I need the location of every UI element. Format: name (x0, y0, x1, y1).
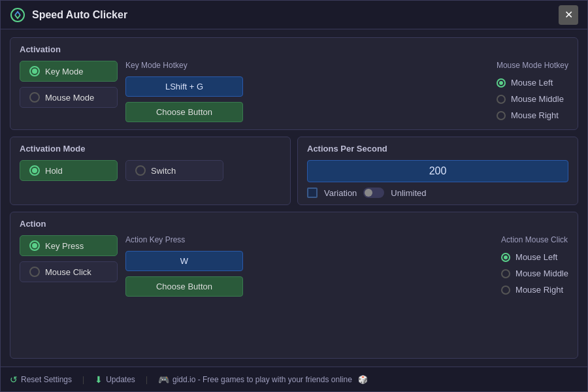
hold-radio-circle (29, 165, 40, 176)
action-mouse-middle-circle (501, 269, 510, 278)
action-title: Action (20, 219, 568, 229)
key-mode-radio-circle (29, 66, 40, 76)
gidd-icon: 🎮 (158, 374, 169, 385)
mouse-click-circle (29, 267, 40, 277)
mouse-left-radio[interactable]: Mouse Left (497, 75, 568, 90)
mouse-mode-radio-circle (29, 92, 40, 103)
gidd-icon2: 🎲 (358, 375, 368, 384)
unlimited-toggle[interactable] (363, 188, 384, 198)
key-hotkey-group: Key Mode Hotkey LShift + G Choose Button (125, 61, 243, 122)
reset-settings-item[interactable]: ↺ Reset Settings (10, 374, 72, 385)
switch-radio-circle (135, 165, 146, 176)
app-icon (10, 7, 25, 23)
mouse-right-label: Mouse Right (511, 110, 559, 120)
mouse-mode-label: Mouse Mode (45, 93, 94, 103)
divider-1: | (82, 375, 84, 384)
gidd-label: gidd.io - Free games to play with your f… (172, 375, 352, 384)
action-mouse-left-radio[interactable]: Mouse Left (501, 250, 568, 265)
bottom-row: Action Key Press Mouse Click (10, 212, 578, 359)
action-mouse-right-radio[interactable]: Mouse Right (501, 282, 568, 297)
mouse-click-btn[interactable]: Mouse Click (20, 261, 118, 282)
reset-label: Reset Settings (21, 375, 72, 384)
action-mouse-middle-radio[interactable]: Mouse Middle (501, 266, 568, 281)
updates-icon: ⬇ (95, 374, 103, 385)
mouse-right-circle (497, 111, 506, 120)
mouse-middle-circle (497, 95, 506, 104)
mouse-middle-label: Mouse Middle (511, 94, 564, 104)
window-title: Speed Auto Clicker (32, 9, 559, 21)
action-mouse-label: Action Mouse Click (501, 235, 568, 244)
mode-radio-group: Key Mode Mouse Mode (20, 61, 118, 108)
key-mode-btn[interactable]: Key Mode (20, 61, 118, 82)
key-press-btn[interactable]: Key Press (20, 235, 118, 256)
activation-mode-section: Activation Mode Hold Switch (10, 137, 291, 205)
action-mouse-left-circle (501, 253, 510, 262)
activation-mode-title: Activation Mode (20, 144, 281, 154)
aps-title: Actions Per Second (307, 144, 568, 154)
mouse-hotkey-group: Mouse Mode Hotkey Mouse Left Mouse Middl… (497, 61, 568, 123)
action-row: Key Press Mouse Click Action Key Press W… (20, 235, 568, 297)
activation-title: Activation (20, 44, 568, 54)
status-bar: ↺ Reset Settings | ⬇ Updates | 🎮 gidd.io… (1, 367, 587, 391)
updates-label: Updates (106, 375, 135, 384)
switch-btn[interactable]: Switch (125, 160, 223, 181)
key-press-label: Key Press (45, 241, 84, 251)
activation-section: Activation Key Mode Mouse Mode (10, 37, 578, 130)
hold-label: Hold (45, 166, 63, 176)
action-key-display: W (125, 251, 243, 271)
mouse-middle-radio[interactable]: Mouse Middle (497, 91, 568, 106)
action-mouse-left-label: Mouse Left (515, 252, 557, 262)
action-mouse-middle-label: Mouse Middle (515, 269, 568, 278)
key-choose-button[interactable]: Choose Button (125, 102, 243, 122)
main-content: Activation Key Mode Mouse Mode (1, 29, 587, 367)
action-key-group: Action Key Press W Choose Button (125, 235, 243, 297)
aps-value-display[interactable]: 200 (307, 160, 568, 182)
mouse-click-label: Mouse Click (45, 267, 91, 277)
mouse-mode-btn[interactable]: Mouse Mode (20, 87, 118, 108)
unlimited-label: Unlimited (391, 188, 426, 198)
aps-section: Actions Per Second 200 Variation Unlimit… (297, 137, 578, 205)
unlimited-toggle-knob (365, 189, 372, 197)
main-window: Speed Auto Clicker ✕ Activation Key Mode (0, 0, 588, 392)
svg-point-0 (11, 8, 24, 22)
mouse-left-label: Mouse Left (511, 78, 553, 88)
gidd-item[interactable]: 🎮 gidd.io - Free games to play with your… (158, 374, 368, 385)
activation-mode-row: Hold Switch (20, 160, 281, 181)
divider-2: | (146, 375, 148, 384)
hotkey-display: LShift + G (125, 76, 243, 97)
action-key-label: Action Key Press (125, 235, 243, 244)
mouse-left-circle (497, 78, 506, 88)
action-section: Action Key Press Mouse Click (10, 212, 578, 359)
variation-label: Variation (324, 188, 357, 198)
activation-row: Key Mode Mouse Mode Key Mode Hotkey LShi… (20, 61, 568, 123)
middle-row: Activation Mode Hold Switch Actions Per … (10, 137, 578, 205)
key-press-circle (29, 240, 40, 251)
variation-checkbox[interactable] (307, 188, 318, 198)
top-row: Activation Key Mode Mouse Mode (10, 37, 578, 130)
mouse-right-radio[interactable]: Mouse Right (497, 108, 568, 123)
updates-item[interactable]: ⬇ Updates (95, 374, 135, 385)
key-mode-label: Key Mode (45, 67, 84, 76)
variation-row: Variation Unlimited (307, 188, 568, 198)
action-mouse-right-label: Mouse Right (515, 285, 563, 295)
action-mouse-right-circle (501, 286, 510, 295)
key-hotkey-label: Key Mode Hotkey (125, 61, 243, 70)
hold-btn[interactable]: Hold (20, 160, 118, 181)
reset-icon: ↺ (10, 374, 18, 385)
close-button[interactable]: ✕ (559, 5, 578, 25)
switch-label: Switch (151, 166, 176, 176)
action-choose-button[interactable]: Choose Button (125, 276, 243, 297)
action-mouse-group: Action Mouse Click Mouse Left Mouse Midd… (501, 235, 568, 297)
action-radio-group: Key Press Mouse Click (20, 235, 118, 282)
title-bar: Speed Auto Clicker ✕ (1, 1, 587, 29)
mouse-hotkey-label: Mouse Mode Hotkey (497, 61, 568, 70)
